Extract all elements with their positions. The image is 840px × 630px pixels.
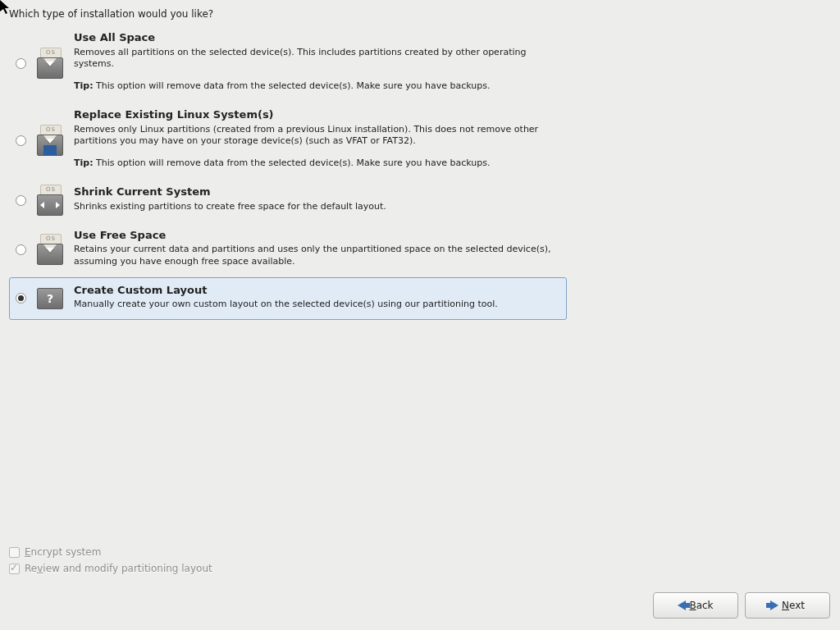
option-desc: Manually create your own custom layout o… bbox=[74, 299, 559, 311]
option-title: Use All Space bbox=[74, 30, 559, 45]
encrypt-system-label: Encrypt system bbox=[25, 546, 101, 558]
radio-replace-linux[interactable] bbox=[16, 135, 26, 146]
option-use-free-space[interactable]: OS Use Free Space Retains your current d… bbox=[9, 222, 567, 277]
question-icon: ? bbox=[30, 285, 71, 313]
disk-icon: OS bbox=[30, 44, 71, 82]
disk-icon: OS bbox=[30, 121, 71, 159]
radio-use-all-space[interactable] bbox=[16, 58, 26, 69]
next-button[interactable]: Next bbox=[745, 592, 830, 619]
arrow-left-icon bbox=[678, 600, 686, 610]
review-layout-checkbox-row: Review and modify partitioning layout bbox=[9, 563, 212, 574]
option-title: Use Free Space bbox=[74, 228, 559, 243]
installation-options: OS Use All Space Removes all partitions … bbox=[9, 25, 567, 320]
encrypt-system-checkbox-row: Encrypt system bbox=[9, 546, 212, 558]
review-layout-checkbox bbox=[9, 564, 20, 574]
encrypt-system-checkbox bbox=[9, 547, 20, 558]
radio-use-free-space[interactable] bbox=[16, 244, 26, 255]
option-custom-layout[interactable]: ? Create Custom Layout Manually create y… bbox=[9, 277, 567, 320]
bottom-options: Encrypt system Review and modify partiti… bbox=[9, 546, 212, 579]
radio-custom-layout[interactable] bbox=[16, 293, 26, 304]
option-use-all-space[interactable]: OS Use All Space Removes all partitions … bbox=[9, 25, 567, 102]
button-bar: Back Next bbox=[653, 592, 830, 619]
option-tip: Tip: This option will remove data from t… bbox=[74, 158, 559, 170]
option-tip: Tip: This option will remove data from t… bbox=[74, 80, 559, 93]
option-title: Replace Existing Linux System(s) bbox=[74, 107, 559, 122]
page-prompt: Which type of installation would you lik… bbox=[9, 8, 213, 20]
option-desc: Retains your current data and partitions… bbox=[74, 244, 559, 268]
option-desc: Shrinks existing partitions to create fr… bbox=[74, 201, 559, 213]
option-shrink[interactable]: OS Shrink Current System Shrinks existin… bbox=[9, 179, 567, 221]
option-desc: Removes all partitions on the selected d… bbox=[74, 47, 559, 71]
option-desc: Removes only Linux partitions (created f… bbox=[74, 124, 559, 148]
radio-shrink[interactable] bbox=[16, 195, 26, 206]
disk-icon: OS bbox=[30, 231, 71, 268]
option-title: Shrink Current System bbox=[74, 185, 559, 199]
option-title: Create Custom Layout bbox=[74, 283, 559, 298]
arrow-right-icon bbox=[770, 600, 778, 610]
option-replace-linux[interactable]: OS Replace Existing Linux System(s) Remo… bbox=[9, 102, 567, 179]
disk-icon: OS bbox=[30, 181, 71, 219]
svg-marker-0 bbox=[0, 0, 9, 14]
back-button[interactable]: Back bbox=[653, 592, 738, 619]
review-layout-label: Review and modify partitioning layout bbox=[25, 563, 212, 574]
